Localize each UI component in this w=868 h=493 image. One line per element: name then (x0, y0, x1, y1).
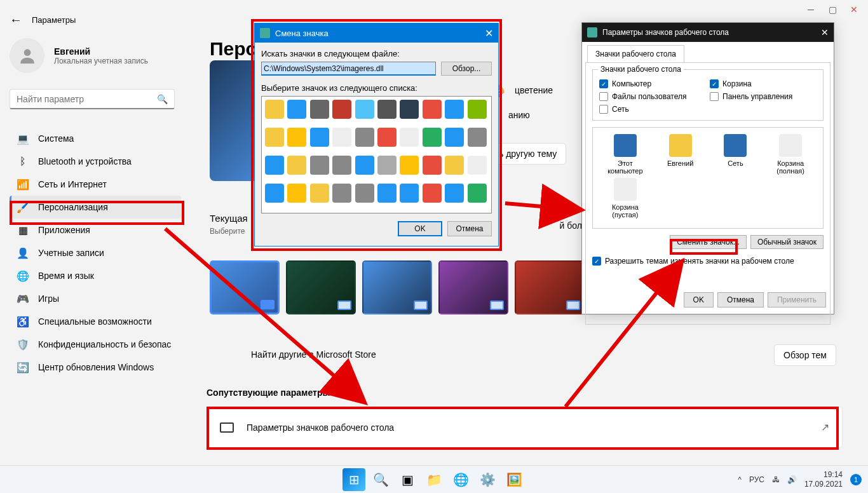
chevron-up-icon[interactable]: ^ (738, 475, 742, 484)
icon-option[interactable] (445, 156, 464, 175)
checkbox-item[interactable]: Панель управления (710, 92, 817, 101)
icon-option[interactable] (265, 156, 284, 175)
icon-option[interactable] (310, 128, 329, 147)
icon-option[interactable] (445, 184, 464, 203)
icon-option[interactable] (287, 156, 306, 175)
notification-badge[interactable]: 1 (850, 474, 862, 485)
dialog-titlebar[interactable]: Параметры значков рабочего стола ✕ (582, 23, 834, 42)
icon-option[interactable] (377, 184, 397, 203)
taskview-button[interactable]: ▣ (396, 468, 419, 491)
settings-button[interactable]: ⚙️ (476, 468, 499, 491)
icon-option[interactable] (423, 156, 442, 175)
volume-icon[interactable]: 🔊 (787, 475, 797, 484)
start-button[interactable]: ⊞ (342, 468, 365, 491)
store-link[interactable]: Найти другие в Microsoft Store (251, 349, 376, 360)
allow-themes-checkbox[interactable]: ✓ Разрешить темам изменять значки на раб… (592, 257, 824, 266)
desktop-icon-preview[interactable]: Сеть (710, 134, 762, 175)
sidebar-item[interactable]: 🌐Время и язык (10, 264, 181, 287)
sidebar-item[interactable]: 🎮Игры (10, 287, 181, 310)
icon-option[interactable] (400, 156, 419, 175)
close-icon[interactable]: ✕ (850, 5, 858, 14)
icon-option[interactable] (468, 184, 487, 203)
sidebar-item[interactable]: 📶Сеть и Интернет (10, 173, 181, 196)
icon-option[interactable] (287, 184, 306, 203)
icon-option[interactable] (332, 156, 351, 175)
dialog-titlebar[interactable]: Смена значка ✕ (255, 24, 498, 43)
explorer-button[interactable]: 📁 (423, 468, 445, 491)
desktop-icon-preview[interactable]: Этот компьютер (599, 134, 651, 175)
maximize-icon[interactable]: ▢ (828, 5, 837, 14)
icon-option[interactable] (332, 128, 351, 147)
change-icon-button[interactable]: Сменить значок... (670, 235, 747, 249)
icon-option[interactable] (445, 100, 464, 119)
theme-thumb[interactable] (438, 260, 508, 314)
icon-option[interactable] (468, 100, 487, 119)
tab-desktop-icons[interactable]: Значки рабочего стола (587, 45, 684, 62)
cancel-button[interactable]: Отмена (447, 221, 492, 236)
desktop-icon-preview[interactable]: Евгений (654, 134, 707, 175)
edge-button[interactable]: 🌐 (449, 468, 472, 491)
icon-option[interactable] (355, 184, 374, 203)
icon-option[interactable] (400, 128, 419, 147)
apply-button[interactable]: Применить (768, 292, 826, 307)
icon-option[interactable] (468, 128, 487, 147)
icon-option[interactable] (310, 156, 329, 175)
language-indicator[interactable]: РУС (749, 475, 764, 484)
network-icon[interactable]: 🖧 (772, 475, 780, 484)
default-icon-button[interactable]: Обычный значок (750, 235, 824, 249)
icon-option[interactable] (377, 100, 397, 119)
icon-option[interactable] (287, 100, 306, 119)
icon-grid[interactable] (261, 96, 492, 213)
ok-button[interactable]: OK (684, 292, 714, 307)
icon-option[interactable] (265, 128, 284, 147)
sidebar-item[interactable]: 🖌️Персонализация (10, 196, 181, 219)
cancel-button[interactable]: Отмена (717, 292, 764, 307)
icon-option[interactable] (400, 100, 419, 119)
theme-thumb[interactable] (210, 260, 280, 314)
pinned-app[interactable]: 🖼️ (503, 468, 526, 491)
icon-option[interactable] (400, 184, 419, 203)
icon-option[interactable] (310, 100, 329, 119)
desktop-icon-preview[interactable]: Корзина (полная) (764, 134, 817, 175)
search-button[interactable]: 🔍 (369, 468, 392, 491)
icon-option[interactable] (355, 100, 374, 119)
icon-option[interactable] (332, 100, 351, 119)
icon-option[interactable] (445, 128, 464, 147)
icon-option[interactable] (423, 100, 442, 119)
search-input[interactable]: 🔍 (10, 89, 175, 109)
ok-button[interactable]: OK (398, 221, 442, 236)
sidebar-item[interactable]: ♿Специальные возможности (10, 310, 181, 333)
desktop-icon-preview[interactable]: Корзина (пустая) (599, 178, 651, 219)
close-icon[interactable]: ✕ (821, 27, 829, 37)
checkbox-item[interactable]: ✓Компьютер (599, 79, 706, 88)
close-icon[interactable]: ✕ (485, 27, 493, 39)
choose-theme-button[interactable]: ь другую тему (489, 143, 566, 165)
user-block[interactable]: Евгений Локальная учетная запись (10, 38, 148, 73)
icon-option[interactable] (377, 156, 397, 175)
icon-option[interactable] (377, 128, 397, 147)
theme-thumb[interactable] (515, 260, 585, 314)
icon-option[interactable] (287, 128, 306, 147)
icon-option[interactable] (355, 156, 374, 175)
icon-option[interactable] (310, 184, 329, 203)
browse-button[interactable]: Обзор... (441, 62, 492, 76)
sidebar-item[interactable]: 🔄Центр обновления Windows (10, 356, 181, 379)
icon-option[interactable] (423, 128, 442, 147)
icon-option[interactable] (468, 156, 487, 175)
path-input[interactable] (261, 62, 436, 76)
default-link[interactable]: ▷анию (489, 107, 553, 123)
system-tray[interactable]: ^ РУС 🖧 🔊 19:14 17.09.2021 1 (738, 470, 862, 489)
theme-thumb[interactable] (286, 260, 356, 314)
color-link[interactable]: 🎨цветение (489, 83, 553, 98)
sidebar-item[interactable]: ᛒBluetooth и устройства (10, 150, 181, 173)
icon-option[interactable] (355, 128, 374, 147)
minimize-icon[interactable]: ─ (806, 5, 815, 14)
checkbox-item[interactable]: Сеть (599, 105, 706, 114)
overview-button[interactable]: Обзор тем (774, 344, 836, 366)
theme-thumb[interactable] (362, 260, 432, 314)
checkbox-item[interactable]: Файлы пользователя (599, 92, 706, 101)
sidebar-item[interactable]: ▦Приложения (10, 219, 181, 241)
icon-option[interactable] (332, 184, 351, 203)
back-arrow-icon[interactable]: ← (10, 13, 22, 27)
sidebar-item[interactable]: 👤Учетные записи (10, 241, 181, 264)
